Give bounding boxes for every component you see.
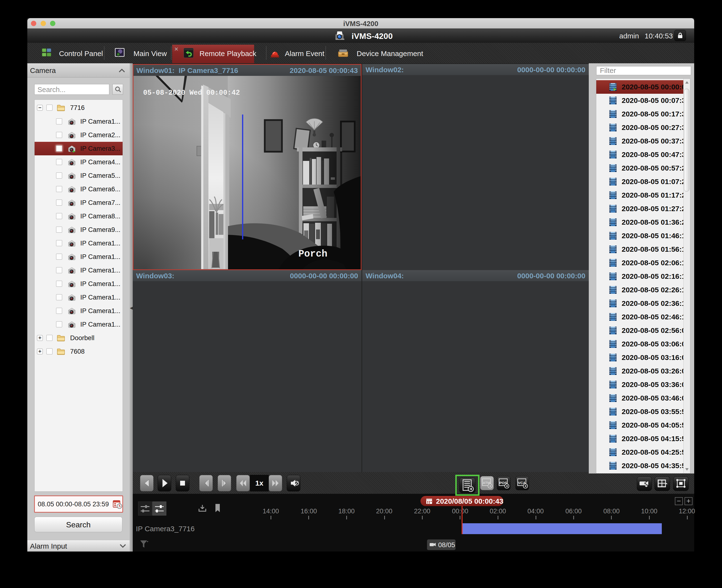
svg-text:Porch: Porch	[298, 249, 327, 259]
svg-text:05-08-2020 Wed 00:00:42: 05-08-2020 Wed 00:00:42	[143, 89, 240, 97]
